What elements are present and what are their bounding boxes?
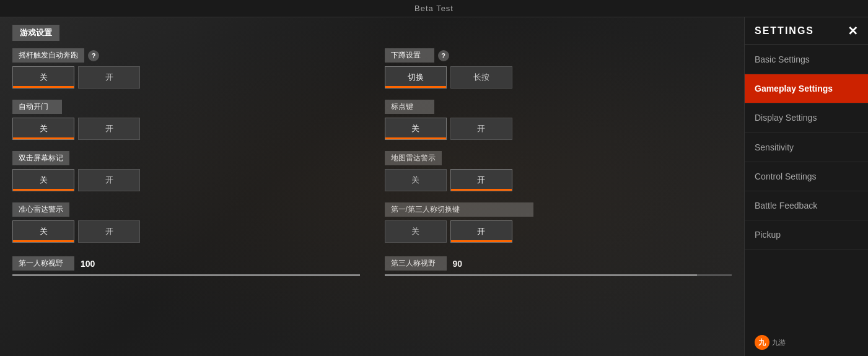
sidebar-item-battle-feedback[interactable]: Battle Feedback <box>745 191 868 220</box>
left-label-1: 自动开门 <box>12 100 62 114</box>
left-toggle-1-1[interactable]: 开 <box>78 118 140 140</box>
right-slider-fill <box>385 274 697 276</box>
sidebar-item-display-settings[interactable]: Display Settings <box>745 103 868 132</box>
right-setting-2: 地图雷达警示关开 <box>385 151 732 191</box>
left-slider-value: 100 <box>81 259 99 269</box>
right-label-row-0: 下蹲设置? <box>385 48 732 63</box>
left-slider-fill <box>12 274 360 276</box>
sidebar-item-gameplay-settings[interactable]: Gameplay Settings <box>745 74 868 103</box>
left-setting-2: 双击屏幕标记关开 <box>12 151 360 191</box>
content-area: 游戏设置 摇杆触发自动奔跑?关开自动开门关开双击屏幕标记关开准心雷达警示关开 下… <box>0 17 744 356</box>
sidebar-items: Basic SettingsGameplay SettingsDisplay S… <box>745 45 868 250</box>
left-toggle-2-1[interactable]: 开 <box>78 169 140 191</box>
beta-test-title: Beta Test <box>414 4 454 13</box>
right-label-row-2: 地图雷达警示 <box>385 151 732 165</box>
left-slider-row: 第一人称视野 100 <box>12 256 360 271</box>
right-toggle-3-1[interactable]: 开 <box>450 220 512 243</box>
right-setting-3: 第一/第三人称切换键关开 <box>385 202 732 243</box>
left-slider-label: 第一人称视野 <box>12 256 74 271</box>
left-toggle-0-1[interactable]: 开 <box>78 66 140 89</box>
right-setting-0: 下蹲设置?切换长按 <box>385 48 732 89</box>
sliders-row: 第一人称视野 100 第三人称视野 90 <box>12 254 732 276</box>
left-toggle-2-0[interactable]: 关 <box>12 169 74 191</box>
right-settings-col: 下蹲设置?切换长按标点键关开地图雷达警示关开第一/第三人称切换键关开 <box>385 48 732 243</box>
right-slider-track[interactable] <box>385 274 732 276</box>
right-toggle-2-0[interactable]: 关 <box>385 169 447 191</box>
left-setting-3: 准心雷达警示关开 <box>12 202 360 243</box>
left-toggle-group-0: 关开 <box>12 66 360 89</box>
left-toggle-group-2: 关开 <box>12 169 360 191</box>
close-button[interactable]: ✕ <box>848 24 858 38</box>
left-slider-track[interactable] <box>12 274 360 276</box>
help-icon-left-0[interactable]: ? <box>88 50 99 61</box>
left-toggle-0-0[interactable]: 关 <box>12 66 74 89</box>
right-label-row-1: 标点键 <box>385 100 732 114</box>
left-toggle-3-1[interactable]: 开 <box>78 220 140 243</box>
help-icon-right-0[interactable]: ? <box>438 50 449 61</box>
left-toggle-group-3: 关开 <box>12 220 360 243</box>
left-label-0: 摇杆触发自动奔跑 <box>12 48 84 63</box>
left-label-row-2: 双击屏幕标记 <box>12 151 360 165</box>
sidebar: SETTINGS ✕ Basic SettingsGameplay Settin… <box>744 17 868 356</box>
left-label-row-3: 准心雷达警示 <box>12 202 360 217</box>
left-label-row-1: 自动开门 <box>12 100 360 114</box>
right-toggle-2-1[interactable]: 开 <box>450 169 512 191</box>
right-toggle-1-0[interactable]: 关 <box>385 118 447 140</box>
sidebar-item-sensitivity[interactable]: Sensitivity <box>745 133 868 162</box>
right-slider-label: 第三人称视野 <box>385 256 447 271</box>
logo-icon: 九 <box>755 335 769 350</box>
main-layout: 游戏设置 摇杆触发自动奔跑?关开自动开门关开双击屏幕标记关开准心雷达警示关开 下… <box>0 17 868 356</box>
right-toggle-0-1[interactable]: 长按 <box>450 66 512 89</box>
left-toggle-1-0[interactable]: 关 <box>12 118 74 140</box>
sidebar-item-basic-settings[interactable]: Basic Settings <box>745 45 868 74</box>
right-toggle-3-0[interactable]: 关 <box>385 220 447 243</box>
right-slider-value: 90 <box>453 259 471 269</box>
left-setting-0: 摇杆触发自动奔跑?关开 <box>12 48 360 89</box>
sidebar-item-pickup[interactable]: Pickup <box>745 220 868 250</box>
logo-area: 九 九游 <box>745 329 868 356</box>
sidebar-title: SETTINGS <box>755 25 814 37</box>
top-bar: Beta Test <box>0 0 868 17</box>
section-title: 游戏设置 <box>12 25 59 41</box>
right-setting-1: 标点键关开 <box>385 100 732 140</box>
right-toggle-0-0[interactable]: 切换 <box>385 66 447 89</box>
right-label-2: 地图雷达警示 <box>385 151 442 165</box>
right-label-0: 下蹲设置 <box>385 48 434 63</box>
left-toggle-group-1: 关开 <box>12 118 360 140</box>
sidebar-header: SETTINGS ✕ <box>745 17 868 45</box>
left-settings-col: 摇杆触发自动奔跑?关开自动开门关开双击屏幕标记关开准心雷达警示关开 <box>12 48 360 243</box>
left-label-3: 准心雷达警示 <box>12 202 69 217</box>
left-label-2: 双击屏幕标记 <box>12 151 69 165</box>
right-label-row-3: 第一/第三人称切换键 <box>385 202 732 217</box>
right-label-1: 标点键 <box>385 100 434 114</box>
sidebar-item-control-settings[interactable]: Control Settings <box>745 162 868 191</box>
right-toggle-group-1: 关开 <box>385 118 732 140</box>
right-label-3: 第一/第三人称切换键 <box>385 202 533 217</box>
right-slider-row: 第三人称视野 90 <box>385 256 732 271</box>
left-setting-1: 自动开门关开 <box>12 100 360 140</box>
right-toggle-group-3: 关开 <box>385 220 732 243</box>
left-toggle-3-0[interactable]: 关 <box>12 220 74 243</box>
left-label-row-0: 摇杆触发自动奔跑? <box>12 48 360 63</box>
right-toggle-group-0: 切换长按 <box>385 66 732 89</box>
right-toggle-group-2: 关开 <box>385 169 732 191</box>
logo-text: 九游 <box>772 338 786 347</box>
right-toggle-1-1[interactable]: 开 <box>450 118 512 140</box>
settings-grid: 摇杆触发自动奔跑?关开自动开门关开双击屏幕标记关开准心雷达警示关开 下蹲设置?切… <box>12 48 732 243</box>
left-slider-container: 第一人称视野 100 <box>12 254 360 276</box>
right-slider-container: 第三人称视野 90 <box>385 254 732 276</box>
